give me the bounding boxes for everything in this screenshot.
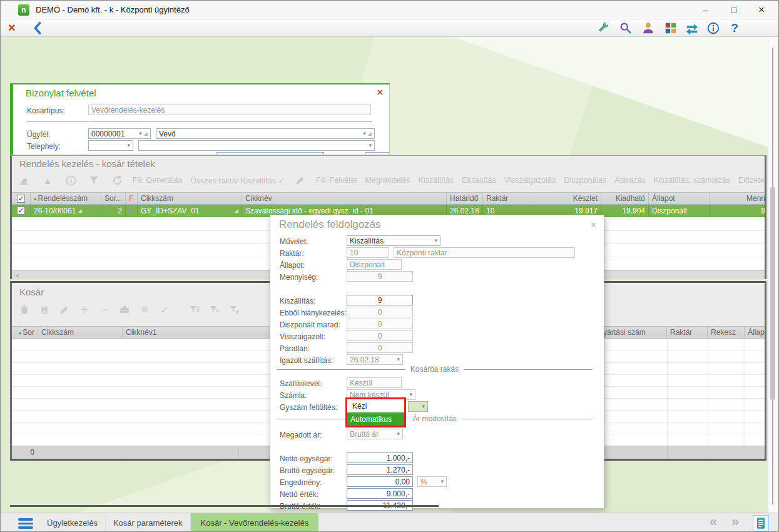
mennyiseg-field[interactable]: 9 (347, 271, 413, 282)
dropdown-icon[interactable]: ▾ (363, 131, 366, 136)
filter-add-icon[interactable] (227, 302, 242, 317)
col-sor[interactable]: ▴Sor (12, 327, 38, 338)
col-rekesz[interactable]: Rekesz (708, 327, 745, 338)
dropdown-icon[interactable]: ▾ (139, 131, 142, 136)
cell-mennyiseg[interactable]: 9 (710, 205, 766, 217)
cell-rendelesszam[interactable]: 26-10/00061◢ (31, 205, 101, 217)
col-hatarido[interactable]: Határidő (447, 193, 483, 204)
delete-all-icon[interactable]: A (37, 302, 52, 317)
confirm-check-icon[interactable]: ✓ (157, 302, 172, 317)
info-icon[interactable] (63, 173, 78, 188)
option-kezi[interactable]: Kézi (347, 399, 404, 412)
netto-ertek-field[interactable]: 9.000,- (347, 488, 413, 499)
close-view-icon[interactable]: × (8, 21, 16, 35)
kosartipus-field[interactable]: Vevőrendelés-kezelés (88, 105, 371, 115)
col-cikkszam[interactable]: Cikkszám (138, 193, 242, 204)
button-kiszallitas-szamlazas[interactable]: Kiszállítás, számlázás (654, 176, 730, 185)
netto-egysegar-field[interactable]: 1.000,- (347, 453, 413, 463)
main-hscrollbar[interactable] (10, 505, 439, 507)
vscrollbar-track[interactable] (768, 37, 779, 513)
raktar-name-field[interactable]: Központi raktár (394, 247, 575, 258)
cell-allapot[interactable]: Diszponált (649, 205, 710, 217)
collapse-icon[interactable]: ▲ (40, 173, 55, 188)
back-icon[interactable] (29, 21, 46, 35)
info-icon[interactable] (705, 21, 721, 35)
close-button[interactable]: × (753, 3, 770, 17)
button-elozetes-szamlazas[interactable]: Előzetes számláz (738, 176, 765, 185)
tab-kosar-vevorendeles[interactable]: Kosár - Vevőrendelés-kezelés (191, 513, 319, 532)
dropdown-icon[interactable]: ▾ (397, 431, 400, 437)
row-checkbox[interactable]: ✓ (17, 207, 25, 215)
col-mennyiseg[interactable]: Menn (710, 193, 766, 204)
select-all-checkbox[interactable]: ✓ (17, 195, 25, 203)
igazolt-szallitas-combo[interactable]: 26.02.18▾ (347, 354, 403, 365)
allapot-field[interactable]: Diszponált (347, 259, 402, 270)
dropdown-icon[interactable]: ▾ (422, 404, 425, 409)
vscrollbar-thumb[interactable] (770, 187, 775, 400)
col-keszlet[interactable]: Készlet (534, 193, 601, 204)
col-rendelesszam[interactable]: ▴Rendelésszám (31, 193, 101, 204)
engedmeny-unit-combo[interactable]: %▾ (417, 476, 447, 487)
ugyfel-code-combo[interactable]: 00000001▾◢ (88, 128, 151, 139)
button-f9-generalas[interactable]: F9: Generálás (133, 176, 182, 185)
col-sor[interactable]: Sor... (101, 193, 126, 204)
page-next-icon[interactable]: » (731, 514, 739, 530)
dropdown-icon[interactable]: ▾ (440, 479, 444, 484)
settings-wrench-icon[interactable] (595, 21, 611, 35)
dialog-close-icon[interactable]: × (591, 219, 596, 230)
megadott-ar-combo[interactable]: Bruttó ár▾ (347, 429, 403, 439)
dropdown-icon[interactable]: ▾ (434, 238, 437, 243)
telephely-name-combo[interactable]: ▾ (138, 140, 375, 151)
delete-icon[interactable] (17, 302, 32, 317)
button-atarazas[interactable]: Átárazás (614, 176, 645, 185)
cell-flag[interactable]: ◥ (126, 205, 138, 217)
edit-pencil-icon[interactable] (57, 302, 72, 317)
col-allapot[interactable]: Állapot (649, 193, 710, 204)
tab-kosar-parameterek[interactable]: Kosár paraméterek (106, 513, 191, 532)
telephely-code-combo[interactable]: ▾ (88, 140, 133, 151)
pencil-icon[interactable] (293, 173, 308, 188)
help-icon[interactable]: ? (726, 21, 743, 35)
user-icon[interactable] (640, 21, 656, 35)
visszaigazolt-field[interactable]: 0 (347, 330, 413, 341)
col-cikknev[interactable]: Cikknév (242, 193, 447, 204)
col-kiadhato[interactable]: Kiadható (601, 193, 649, 204)
add-icon[interactable]: + (77, 302, 92, 317)
muvelet-combo[interactable]: Kiszállítás▾ (347, 235, 440, 246)
col-cikkszam[interactable]: Cikkszám (38, 327, 123, 338)
dropdown-icon[interactable]: ▾ (369, 143, 372, 148)
button-osszes-raktar-kiszallitas[interactable]: Összes raktár Kiszállítás ✓ (190, 176, 285, 185)
refresh-icon[interactable] (109, 173, 125, 188)
raktar-code-field[interactable]: 10 (347, 247, 389, 258)
option-automatikus[interactable]: Automatikus (347, 412, 404, 426)
cell-sor[interactable]: 2 (101, 205, 126, 217)
select-all-cell[interactable]: ✓ (12, 193, 31, 204)
remove-icon[interactable]: − (97, 302, 112, 317)
tab-ugyletkezeles[interactable]: Ügyletkezelés (39, 513, 106, 532)
filter-icon[interactable] (86, 173, 101, 188)
menu-icon[interactable] (18, 518, 33, 529)
button-visszaigazolas[interactable]: Visszaigazolás (504, 176, 556, 185)
hianykezeles-field[interactable]: 0 (347, 307, 413, 317)
transfer-arrows-icon[interactable] (684, 21, 700, 35)
filter-clear-icon[interactable] (207, 302, 222, 317)
page-prev-icon[interactable]: « (710, 514, 717, 530)
button-f4-felvetel[interactable]: F4: Felvétel (316, 176, 357, 185)
col-raktar[interactable]: Raktár (483, 193, 534, 204)
search-icon[interactable] (618, 21, 634, 35)
paratlan-field[interactable]: 0 (347, 342, 413, 353)
gyszam-combo-remnant[interactable]: ▾ (408, 401, 428, 412)
ugyfel-name-combo[interactable]: Vevő▾◢ (156, 128, 375, 139)
minimize-button[interactable]: – (698, 3, 714, 17)
button-diszponalas[interactable]: Diszponálás (564, 176, 606, 185)
kiszallitas-field[interactable]: 9 (347, 295, 413, 305)
row-select-cell[interactable]: ✓ (12, 205, 31, 217)
maximize-button[interactable]: □ (726, 3, 742, 17)
col-raktar[interactable]: Raktár (667, 327, 708, 338)
bizonylat-close-icon[interactable]: × (377, 87, 383, 98)
col-f-flag[interactable]: F (126, 193, 138, 204)
list-icon[interactable]: ≡ (137, 302, 152, 317)
cell-cikkszam[interactable]: GY_ID+SZAV_01◢ (138, 205, 242, 217)
box-icon[interactable] (117, 302, 132, 317)
stamp-icon[interactable] (17, 173, 32, 188)
